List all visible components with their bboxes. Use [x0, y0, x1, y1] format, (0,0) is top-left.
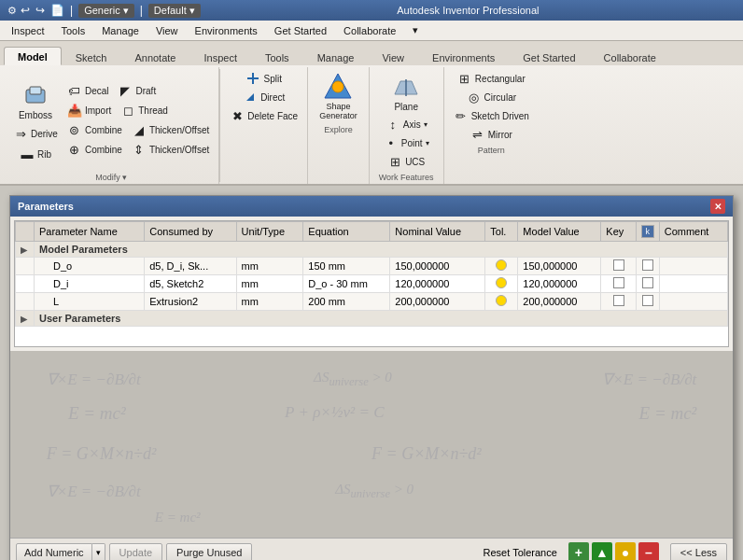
circular-label: Circular [484, 92, 516, 103]
menu-get-started[interactable]: Get Started [267, 23, 334, 38]
rib-button[interactable]: ▬ Rib [16, 146, 55, 164]
split-label: Split [263, 74, 281, 84]
cb2-do[interactable] [636, 258, 659, 275]
point-button[interactable]: • Point ▾ [380, 133, 433, 152]
sketch-driven-label: Sketch Driven [471, 111, 529, 121]
chamfer-icon: ◤ [118, 84, 133, 99]
import-button[interactable]: 📥 Import [63, 102, 115, 120]
undo-icon[interactable]: ↩ [21, 4, 30, 18]
quick-access-toolbar: ↩ ↪ 📄 | Generic ▾ | Default ▾ [21, 4, 201, 18]
direct-button[interactable]: Direct [239, 88, 288, 106]
tol-minus-icon[interactable]: – [638, 542, 659, 560]
plane-icon [391, 72, 421, 102]
emboss-button[interactable]: Emboss [13, 77, 58, 123]
key-do[interactable] [601, 258, 636, 275]
tab-get-started[interactable]: Get Started [509, 48, 589, 65]
draft-button[interactable]: ◢ Thicken/Offset [128, 121, 213, 140]
equation-do[interactable]: 150 mm [303, 258, 390, 275]
tab-manage[interactable]: Manage [303, 48, 369, 65]
menu-collaborate[interactable]: Collaborate [336, 23, 403, 38]
shape-generator-icon [323, 72, 353, 102]
ucs-button[interactable]: ⊞ UCS [384, 152, 428, 171]
tab-inspect[interactable]: Inspect [189, 48, 250, 65]
rectangular-button[interactable]: ⊞ Rectangular [454, 69, 529, 88]
add-numeric-arrow[interactable]: ▾ [92, 543, 105, 560]
mirror-button[interactable]: ⇌ Mirror [467, 125, 516, 144]
col-cb2: k [636, 222, 659, 242]
param-name-do[interactable]: D_o [35, 258, 145, 275]
thread-button[interactable]: ⊚ Combine [63, 121, 126, 140]
draft-label: Thicken/Offset [149, 125, 209, 135]
shell-label: Thread [138, 105, 168, 116]
menu-tools[interactable]: Tools [53, 23, 92, 38]
modify-dropdown-icon[interactable]: ▾ [122, 173, 127, 182]
sketch-driven-button[interactable]: ✏ Sketch Driven [450, 106, 533, 125]
params-table-container[interactable]: Parameter Name Consumed by Unit/Type Equ… [14, 220, 729, 347]
shape-generator-button[interactable]: ShapeGenerator [314, 69, 363, 123]
tab-collaborate[interactable]: Collaborate [590, 48, 670, 65]
delete-face-button[interactable]: ✖ Delete Face [226, 106, 301, 125]
tol-plus-icon[interactable]: + [568, 542, 589, 560]
table-row: D_i d5, Sketch2 mm D_o - 30 mm 120,00000… [16, 275, 728, 293]
tab-sketch[interactable]: Sketch [62, 48, 121, 65]
thicken-button[interactable]: ⇕ Thicken/Offset [128, 141, 213, 160]
menu-manage[interactable]: Manage [94, 23, 147, 38]
tab-tools[interactable]: Tools [251, 48, 303, 65]
menu-more[interactable]: ▾ [405, 22, 426, 38]
axis-button[interactable]: ↕ Axis ▾ [382, 115, 431, 133]
split-button[interactable]: Split [242, 69, 285, 88]
plane-button[interactable]: Plane [386, 69, 427, 115]
shell-button[interactable]: ◻ Thread [117, 102, 172, 120]
new-icon[interactable]: 📄 [50, 4, 64, 18]
expand-user-icon[interactable]: ▶ [16, 311, 35, 327]
expand-model-icon[interactable]: ▶ [16, 242, 35, 258]
update-button[interactable]: Update [109, 543, 162, 560]
rectangular-icon: ⊞ [457, 71, 472, 86]
param-name-di[interactable]: D_i [35, 275, 145, 293]
param-name-l[interactable]: L [35, 293, 145, 311]
tab-environments[interactable]: Environments [418, 48, 509, 65]
key-di[interactable] [601, 275, 636, 293]
comment-di[interactable] [659, 275, 727, 293]
add-numeric-button[interactable]: Add Numeric [16, 543, 92, 560]
less-button[interactable]: << Less [670, 543, 727, 560]
user-parameters-group[interactable]: ▶ User Parameters [16, 311, 728, 327]
tolerance-icons: + ▲ ● – [568, 542, 659, 560]
tab-view[interactable]: View [368, 48, 418, 65]
ribbon-group-explore: ShapeGenerator Explore [308, 67, 370, 184]
chamfer-button[interactable]: ◤ Draft [114, 82, 160, 101]
derive-button[interactable]: ⇒ Derive [9, 125, 62, 144]
menu-inspect[interactable]: Inspect [4, 23, 51, 38]
key-l[interactable] [601, 293, 636, 311]
tol-circle-icon[interactable]: ● [615, 542, 636, 560]
circular-button[interactable]: ◎ Circular [463, 88, 520, 106]
decal-button[interactable]: 🏷 Decal [63, 82, 113, 101]
redo-icon[interactable]: ↪ [35, 4, 45, 18]
model-l: 200,000000 [518, 293, 601, 311]
dialog-close-button[interactable]: ✕ [710, 199, 725, 214]
ribbon-group-split: Split Direct ✖ Delete Face [220, 67, 308, 184]
comment-do[interactable] [659, 258, 727, 275]
svg-marker-2 [246, 93, 254, 101]
tab-model[interactable]: Model [4, 47, 62, 65]
model-parameters-group[interactable]: ▶ Model Parameters [16, 242, 728, 258]
combine-button[interactable]: ⊕ Combine [63, 141, 126, 160]
axis-label: Axis [403, 119, 421, 130]
generic-dropdown[interactable]: Generic ▾ [78, 4, 134, 18]
ribbon: Model Sketch Annotate Inspect Tools Mana… [0, 41, 743, 186]
menu-view[interactable]: View [148, 23, 186, 38]
model-di: 120,000000 [518, 275, 601, 293]
tab-annotate[interactable]: Annotate [120, 48, 189, 65]
cb2-di[interactable] [636, 275, 659, 293]
equation-di[interactable]: D_o - 30 mm [303, 275, 390, 293]
comment-l[interactable] [659, 293, 727, 311]
equation-l[interactable]: 200 mm [303, 293, 390, 311]
nominal-di: 120,000000 [390, 275, 485, 293]
menu-environments[interactable]: Environments [188, 23, 265, 38]
table-row: D_o d5, D_i, Sk... mm 150 mm 150,000000 … [16, 258, 728, 275]
consumed-by-do: d5, D_i, Sk... [145, 258, 236, 275]
purge-unused-button[interactable]: Purge Unused [166, 543, 252, 560]
cb2-l[interactable] [636, 293, 659, 311]
tol-triangle-icon[interactable]: ▲ [592, 542, 612, 560]
default-dropdown[interactable]: Default ▾ [148, 4, 201, 18]
